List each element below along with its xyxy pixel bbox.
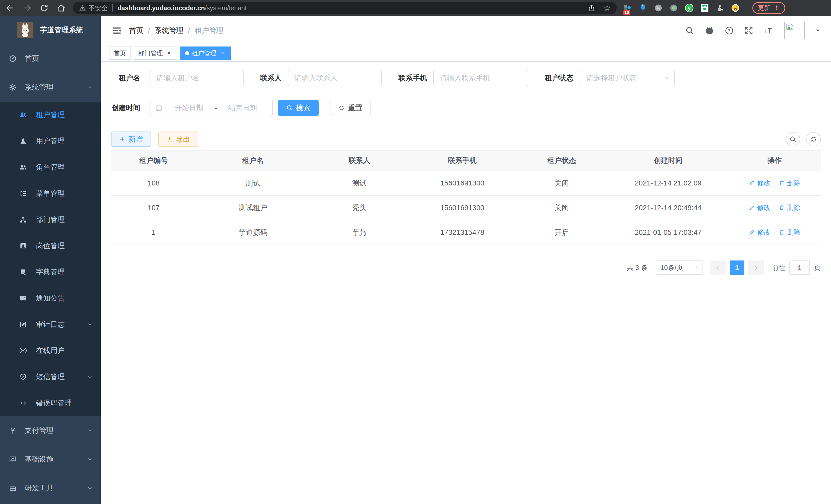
header-search-button[interactable] <box>685 26 694 35</box>
extension-yuque-button[interactable]: y <box>685 3 694 12</box>
tags-view-bar: 首页 部门管理 × 租户管理 × <box>101 45 831 62</box>
toggle-search-button[interactable] <box>786 132 800 146</box>
table-toolbar: 新增 导出 <box>111 131 821 147</box>
edit-row-button[interactable]: 修改 <box>749 228 770 237</box>
svg-text:⌘: ⌘ <box>656 5 661 10</box>
date-end-placeholder[interactable]: 结束日期 <box>218 103 267 113</box>
extensions-puzzle-button[interactable] <box>715 3 725 12</box>
sidebar-item-notice[interactable]: 通知公告 <box>0 285 101 312</box>
page-unit-label: 页 <box>814 263 821 272</box>
page-size-select[interactable]: 10条/页 <box>656 261 703 275</box>
sidebar-item-sms[interactable]: 短信管理 <box>0 364 101 390</box>
sidebar-item-label: 部门管理 <box>36 215 65 225</box>
edit-pen-icon <box>749 180 755 186</box>
sidebar-item-post[interactable]: 岗位管理 <box>0 233 101 259</box>
refresh-table-button[interactable] <box>806 132 821 146</box>
sidebar-item-dept[interactable]: 部门管理 <box>0 207 101 233</box>
add-button[interactable]: 新增 <box>111 131 151 147</box>
sidebar-item-dev-tools[interactable]: 研发工具 <box>0 474 101 502</box>
browser-forward-button[interactable] <box>22 3 32 13</box>
tenant-name-input[interactable] <box>149 70 243 86</box>
tab-home[interactable]: 首页 <box>109 47 131 60</box>
contact-input[interactable] <box>288 70 382 86</box>
sidebar-item-online-users[interactable]: 在线用户 <box>0 337 101 364</box>
edit-pen-icon <box>749 205 755 211</box>
browser-back-button[interactable] <box>5 3 16 13</box>
sidebar-item-role[interactable]: 角色管理 <box>0 154 101 180</box>
bookmark-star-button[interactable]: ☆ <box>604 4 610 12</box>
delete-row-button[interactable]: 删除 <box>779 203 800 212</box>
page-number-1[interactable]: 1 <box>730 261 744 275</box>
update-label: 更新 <box>758 4 770 12</box>
sidebar-item-dict[interactable]: 字典管理 <box>0 259 101 285</box>
avatar-caret-icon[interactable] <box>815 28 821 33</box>
breadcrumb-system[interactable]: 系统管理 <box>155 26 183 35</box>
svg-text:T: T <box>768 27 772 34</box>
browser-menu-icon[interactable]: ⋮ <box>774 4 780 11</box>
help-button[interactable]: ? <box>725 26 734 35</box>
sidebar-item-infra[interactable]: 基础设施 <box>0 445 101 474</box>
post-badge-icon <box>19 242 27 250</box>
sidebar-logo[interactable]: 芋道管理系统 <box>0 16 101 44</box>
tab-close-icon[interactable]: × <box>219 50 226 57</box>
broken-image-icon <box>786 23 794 31</box>
forward-arrow-icon <box>23 3 32 12</box>
gear-icon <box>9 83 17 91</box>
share-button[interactable] <box>588 4 595 12</box>
font-size-button[interactable]: TT <box>764 26 774 35</box>
sidebar-item-tenant[interactable]: 租户管理 <box>0 102 101 128</box>
search-button[interactable]: 搜索 <box>278 100 319 116</box>
fullscreen-button[interactable] <box>744 26 753 35</box>
profile-avatar-button[interactable] <box>731 3 740 12</box>
col-tenant-id: 租户编号 <box>111 150 196 171</box>
sidebar-item-pay[interactable]: ¥ 支付管理 <box>0 416 101 445</box>
user-avatar[interactable] <box>784 22 805 39</box>
refresh-icon <box>338 105 345 111</box>
tab-tenant[interactable]: 租户管理 × <box>180 47 231 60</box>
status-select[interactable]: 请选择租户状态 <box>580 70 675 86</box>
delete-row-button[interactable]: 删除 <box>779 179 800 187</box>
security-chip[interactable]: 不安全 <box>79 4 108 12</box>
sidebar-item-label: 短信管理 <box>36 372 65 382</box>
extension-chat-button[interactable] <box>700 3 709 12</box>
browser-home-button[interactable] <box>56 3 66 13</box>
delete-row-button[interactable]: 删除 <box>779 228 800 237</box>
tab-close-icon[interactable]: × <box>166 50 173 57</box>
extension-record-button[interactable] <box>669 3 678 12</box>
edit-row-button[interactable]: 修改 <box>749 203 770 212</box>
browser-update-button[interactable]: 更新 ⋮ <box>752 2 785 14</box>
goto-page-input[interactable] <box>790 261 810 275</box>
sidebar-item-error-code[interactable]: 错误码管理 <box>0 390 101 416</box>
table-row: 108 测试 测试 15601691300 关闭 2021-12-14 21:0… <box>111 171 821 196</box>
sidebar-item-home[interactable]: 首页 <box>0 44 101 73</box>
github-link-button[interactable] <box>705 26 714 35</box>
chevron-down-icon <box>87 485 93 491</box>
export-button[interactable]: 导出 <box>158 131 198 147</box>
extension-balloon-button[interactable] <box>638 3 648 12</box>
edit-row-button[interactable]: 修改 <box>749 179 770 187</box>
browser-reload-button[interactable] <box>39 3 49 13</box>
extension-grid-badge-button[interactable]: 10 <box>623 3 632 12</box>
sidebar-toggle-button[interactable] <box>112 26 122 35</box>
cell-tenant-id: 107 <box>111 196 196 220</box>
mobile-input[interactable] <box>433 70 528 86</box>
back-arrow-icon <box>6 3 15 12</box>
home-icon <box>57 3 66 12</box>
prev-page-button[interactable] <box>710 261 726 275</box>
extension-command-button[interactable]: ⌘ <box>654 3 663 12</box>
sidebar-item-system[interactable]: 系统管理 <box>0 73 101 102</box>
sidebar-item-user[interactable]: 用户管理 <box>0 128 101 154</box>
date-start-placeholder[interactable]: 开始日期 <box>165 103 213 113</box>
next-page-button[interactable] <box>748 261 764 275</box>
reset-button[interactable]: 重置 <box>330 100 371 116</box>
chevron-down-icon <box>87 456 93 463</box>
address-bar[interactable]: 不安全 dashboard.yudao.iocoder.cn/system/te… <box>73 2 617 14</box>
sidebar-item-audit-log[interactable]: 审计日志 <box>0 312 101 337</box>
date-range-picker[interactable]: 开始日期 - 结束日期 <box>149 100 273 116</box>
tab-dept[interactable]: 部门管理 × <box>134 47 177 60</box>
roles-icon <box>19 163 27 171</box>
svg-text:y: y <box>688 6 690 11</box>
plus-icon <box>119 136 125 142</box>
sidebar-item-menu[interactable]: 菜单管理 <box>0 180 101 207</box>
breadcrumb-home[interactable]: 首页 <box>129 26 143 35</box>
